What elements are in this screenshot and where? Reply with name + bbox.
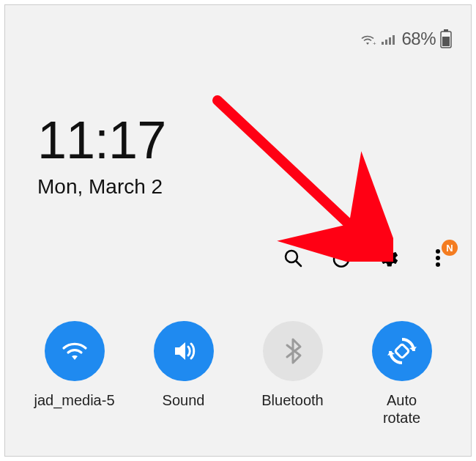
cellular-signal-icon [381,32,397,46]
gear-icon [379,248,400,268]
notification-badge: N [345,240,361,256]
panel-action-row: N N [282,247,449,269]
more-vertical-icon [435,248,441,268]
quick-settings-row: jad_media-5 Sound Bluetooth [5,321,471,427]
svg-rect-4 [393,35,395,45]
svg-rect-2 [385,40,387,45]
battery-icon [440,29,452,48]
clock-date: Mon, March 2 [37,175,166,199]
qs-tile-bluetooth[interactable]: Bluetooth [242,321,344,427]
clock-block: 11:17 Mon, March 2 [37,114,166,199]
qs-label: Sound [163,391,205,409]
svg-line-9 [296,261,301,266]
svg-text:+: + [373,40,376,46]
sound-tile-icon [154,321,214,381]
qs-tile-auto-rotate[interactable]: Auto rotate [351,321,453,427]
wifi-icon: + [359,32,376,46]
qs-label: Bluetooth [261,391,324,409]
qs-label: Auto rotate [383,391,420,427]
status-bar: + 68% [359,29,452,49]
svg-point-13 [436,262,440,267]
more-options-button[interactable]: N [427,247,449,269]
bluetooth-tile-icon [263,321,323,381]
auto-rotate-tile-icon [372,321,432,381]
wifi-tile-icon [45,321,105,381]
svg-line-15 [217,100,364,238]
annotation-arrow [203,86,393,262]
svg-point-12 [436,256,440,260]
qs-tile-wifi[interactable]: jad_media-5 [23,321,126,427]
svg-rect-14 [395,344,409,358]
search-icon [283,248,302,268]
notification-panel: + 68% 11:17 Mon, March 2 [4,4,472,457]
qs-tile-sound[interactable]: Sound [133,321,235,427]
power-button[interactable]: N [330,247,352,269]
search-button[interactable] [282,247,304,269]
svg-point-11 [436,249,440,254]
svg-rect-7 [442,37,450,46]
battery-percent: 68% [401,29,436,49]
settings-button[interactable] [379,247,401,269]
svg-rect-3 [389,37,391,45]
clock-time: 11:17 [37,114,166,166]
svg-rect-1 [382,42,384,45]
notification-badge: N [442,240,458,256]
qs-label: jad_media-5 [34,391,114,409]
